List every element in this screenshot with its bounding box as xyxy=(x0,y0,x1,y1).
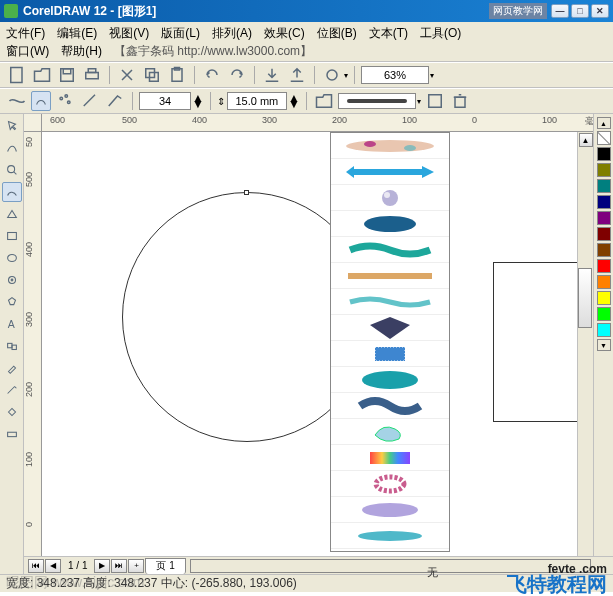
calligraphic-button[interactable] xyxy=(79,91,101,111)
text-tool[interactable]: A xyxy=(2,314,22,334)
brush-stroke-button[interactable] xyxy=(31,91,51,111)
blend-tool[interactable] xyxy=(2,336,22,356)
width-input[interactable] xyxy=(227,92,287,110)
paste-button[interactable] xyxy=(166,65,188,85)
browse-button[interactable] xyxy=(313,91,335,111)
palette-scroll-down-icon[interactable]: ▼ xyxy=(597,339,611,351)
color-swatch[interactable] xyxy=(597,195,611,209)
zoom-tool[interactable] xyxy=(2,160,22,180)
save-button[interactable] xyxy=(56,65,78,85)
ruler-horizontal[interactable]: 600 500 400 300 200 100 0 100 毫米 xyxy=(42,114,613,132)
stroke-style-dropdown[interactable]: ▾ xyxy=(338,93,421,109)
undo-button[interactable] xyxy=(201,65,223,85)
app-launcher-button[interactable] xyxy=(321,65,343,85)
pick-tool[interactable] xyxy=(2,116,22,136)
node-icon[interactable] xyxy=(244,190,249,195)
menu-view[interactable]: 视图(V) xyxy=(109,25,149,42)
stroke-option[interactable] xyxy=(331,445,449,471)
color-swatch[interactable] xyxy=(597,211,611,225)
close-button[interactable]: ✕ xyxy=(591,4,609,18)
prev-page-button[interactable]: ◀ xyxy=(45,559,61,573)
color-swatch[interactable] xyxy=(597,323,611,337)
menu-sponsor-link[interactable]: 【鑫宇条码 http://www.lw3000.com】 xyxy=(114,43,312,60)
dropdown-arrow-icon[interactable]: ▾ xyxy=(430,71,434,80)
open-button[interactable] xyxy=(31,65,53,85)
color-swatch[interactable] xyxy=(597,243,611,257)
color-swatch[interactable] xyxy=(597,275,611,289)
outline-tool[interactable] xyxy=(2,380,22,400)
menu-tools[interactable]: 工具(O) xyxy=(420,25,461,42)
stroke-option[interactable] xyxy=(331,523,449,549)
basic-shapes-tool[interactable] xyxy=(2,292,22,312)
zoom-dropdown[interactable]: ▾ xyxy=(361,66,434,84)
color-swatch[interactable] xyxy=(597,147,611,161)
minimize-button[interactable]: — xyxy=(551,4,569,18)
color-swatch[interactable] xyxy=(597,291,611,305)
sprayer-button[interactable] xyxy=(54,91,76,111)
stroke-option[interactable] xyxy=(331,133,449,159)
spinner-down-icon[interactable]: ▼ xyxy=(192,101,204,107)
color-swatch[interactable] xyxy=(597,179,611,193)
stroke-option[interactable] xyxy=(331,211,449,237)
print-button[interactable] xyxy=(81,65,103,85)
smoothing-input[interactable] xyxy=(139,92,191,110)
stroke-option[interactable] xyxy=(331,159,449,185)
freehand-tool[interactable] xyxy=(2,182,22,202)
delete-stroke-button[interactable] xyxy=(449,91,471,111)
menu-help[interactable]: 帮助(H) xyxy=(61,43,102,60)
menu-arrange[interactable]: 排列(A) xyxy=(212,25,252,42)
menu-layout[interactable]: 版面(L) xyxy=(161,25,200,42)
stroke-option[interactable] xyxy=(331,237,449,263)
stroke-option[interactable] xyxy=(331,367,449,393)
color-swatch[interactable] xyxy=(597,259,611,273)
dropdown-arrow-icon[interactable]: ▾ xyxy=(417,97,421,106)
last-page-button[interactable]: ⏭ xyxy=(111,559,127,573)
stroke-option[interactable] xyxy=(331,549,449,552)
smart-draw-tool[interactable] xyxy=(2,204,22,224)
stroke-option[interactable] xyxy=(331,315,449,341)
color-swatch[interactable] xyxy=(597,307,611,321)
pressure-button[interactable] xyxy=(104,91,126,111)
ruler-vertical[interactable]: 50 500 400 300 200 100 0 xyxy=(24,132,42,574)
next-page-button[interactable]: ▶ xyxy=(94,559,110,573)
redo-button[interactable] xyxy=(226,65,248,85)
stroke-option[interactable] xyxy=(331,419,449,445)
ellipse-tool[interactable] xyxy=(2,248,22,268)
width-dropdown[interactable]: ⇕ ▲ ▼ xyxy=(217,92,300,110)
stroke-option[interactable] xyxy=(331,497,449,523)
polygon-tool[interactable] xyxy=(2,270,22,290)
menu-bitmap[interactable]: 位图(B) xyxy=(317,25,357,42)
no-color-swatch[interactable] xyxy=(597,131,611,145)
rectangle-tool[interactable] xyxy=(2,226,22,246)
stroke-option[interactable] xyxy=(331,263,449,289)
fill-tool[interactable] xyxy=(2,402,22,422)
page-tab[interactable]: 页 1 xyxy=(145,558,185,574)
first-page-button[interactable]: ⏮ xyxy=(28,559,44,573)
stroke-option[interactable] xyxy=(331,341,449,367)
menu-edit[interactable]: 编辑(E) xyxy=(57,25,97,42)
color-swatch[interactable] xyxy=(597,227,611,241)
stroke-option[interactable] xyxy=(331,393,449,419)
eyedropper-tool[interactable] xyxy=(2,358,22,378)
smoothing-dropdown[interactable]: ▲ ▼ xyxy=(139,92,204,110)
stroke-option[interactable] xyxy=(331,185,449,211)
stroke-option[interactable] xyxy=(331,289,449,315)
add-page-button[interactable]: + xyxy=(128,559,144,573)
palette-scroll-up-icon[interactable]: ▲ xyxy=(597,117,611,129)
menu-window[interactable]: 窗口(W) xyxy=(6,43,49,60)
scroll-up-icon[interactable]: ▲ xyxy=(579,133,593,147)
new-button[interactable] xyxy=(6,65,28,85)
save-stroke-button[interactable] xyxy=(424,91,446,111)
canvas-viewport[interactable] xyxy=(42,132,613,574)
cut-button[interactable] xyxy=(116,65,138,85)
spinner-down-icon[interactable]: ▼ xyxy=(288,101,300,107)
copy-button[interactable] xyxy=(141,65,163,85)
dropdown-arrow-icon[interactable]: ▾ xyxy=(344,71,348,80)
maximize-button[interactable]: □ xyxy=(571,4,589,18)
stroke-option[interactable] xyxy=(331,471,449,497)
scrollbar-thumb[interactable] xyxy=(578,268,592,328)
export-button[interactable] xyxy=(286,65,308,85)
menu-text[interactable]: 文本(T) xyxy=(369,25,408,42)
stroke-style-dropdown-panel[interactable] xyxy=(330,132,450,552)
interactive-fill-tool[interactable] xyxy=(2,424,22,444)
